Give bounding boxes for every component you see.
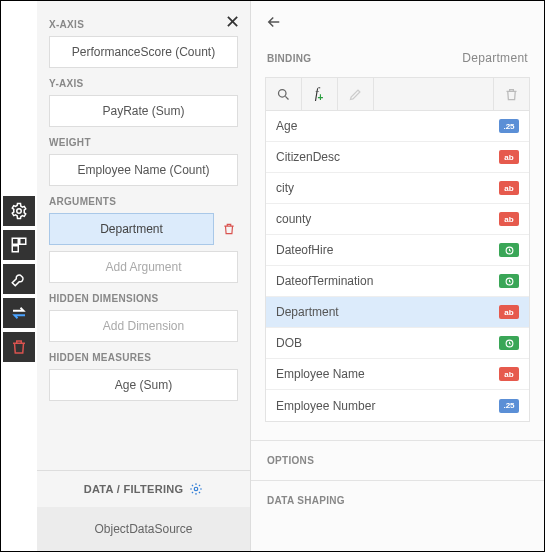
type-badge: .25 [499,119,519,133]
field-list: Age.25CitizenDescabcityabcountyabDateofH… [265,111,530,422]
field-name: city [276,181,294,195]
field-name: Age [276,119,297,133]
binding-toolbar: f+ [265,77,530,111]
remove-argument-icon[interactable] [220,222,238,236]
type-badge: ab [499,305,519,319]
svg-rect-2 [20,238,26,244]
svg-point-4 [195,487,199,491]
field-name: Employee Name [276,367,365,381]
data-filtering-button[interactable]: DATA / FILTERING [37,471,250,507]
delete-field-icon[interactable] [493,78,529,110]
type-badge [499,243,519,257]
sidebar-rail [1,1,37,551]
svg-point-5 [279,89,287,97]
field-name: CitizenDesc [276,150,340,164]
field-row[interactable]: Departmentab [266,297,529,328]
type-badge: ab [499,181,519,195]
type-badge [499,274,519,288]
field-row[interactable]: DateofTermination [266,266,529,297]
gear-icon[interactable] [3,196,35,226]
field-name: Department [276,305,339,319]
binding-title: BINDING [267,53,311,64]
arguments-label: ARGUMENTS [49,196,238,207]
type-badge: ab [499,150,519,164]
swap-icon[interactable] [3,298,35,328]
type-badge: ab [499,212,519,226]
svg-rect-1 [12,238,18,244]
wrench-icon[interactable] [3,264,35,294]
yaxis-label: Y-AXIS [49,78,238,89]
svg-point-0 [17,209,22,214]
field-row[interactable]: Employee Number.25 [266,390,529,421]
accordion-options[interactable]: OPTIONS [251,440,544,480]
field-name: Employee Number [276,399,375,413]
search-icon[interactable] [266,78,302,110]
field-name: DOB [276,336,302,350]
type-badge: ab [499,367,519,381]
add-calculated-field-icon[interactable]: f+ [302,78,338,110]
field-name: county [276,212,311,226]
svg-rect-3 [12,246,18,252]
argument-slot[interactable]: Department [49,213,214,245]
field-name: DateofTermination [276,274,373,288]
config-pane: ✕ X-AXIS PerformanceScore (Count) Y-AXIS… [37,1,251,551]
field-row[interactable]: cityab [266,173,529,204]
field-row[interactable]: CitizenDescab [266,142,529,173]
binding-current: Department [462,51,528,65]
xaxis-slot[interactable]: PerformanceScore (Count) [49,36,238,68]
type-badge [499,336,519,350]
field-row[interactable]: countyab [266,204,529,235]
hidden-measure-slot[interactable]: Age (Sum) [49,369,238,401]
weight-slot[interactable]: Employee Name (Count) [49,154,238,186]
xaxis-label: X-AXIS [49,19,238,30]
datasource-button[interactable]: ObjectDataSource [37,507,250,551]
weight-label: WEIGHT [49,137,238,148]
add-argument-slot[interactable]: Add Argument [49,251,238,283]
hidden-dimensions-label: HIDDEN DIMENSIONS [49,293,238,304]
binding-pane: BINDING Department f+ Age.25CitizenDesca… [251,1,544,551]
trash-icon[interactable] [3,332,35,362]
close-icon[interactable]: ✕ [225,11,240,33]
edit-icon [338,78,374,110]
hidden-measures-label: HIDDEN MEASURES [49,352,238,363]
type-badge: .25 [499,399,519,413]
field-row[interactable]: DateofHire [266,235,529,266]
field-row[interactable]: Age.25 [266,111,529,142]
layout-icon[interactable] [3,230,35,260]
back-icon[interactable] [265,13,283,34]
field-name: DateofHire [276,243,333,257]
field-row[interactable]: Employee Nameab [266,359,529,390]
accordion-data-shaping[interactable]: DATA SHAPING [251,480,544,520]
yaxis-slot[interactable]: PayRate (Sum) [49,95,238,127]
field-row[interactable]: DOB [266,328,529,359]
add-dimension-slot[interactable]: Add Dimension [49,310,238,342]
